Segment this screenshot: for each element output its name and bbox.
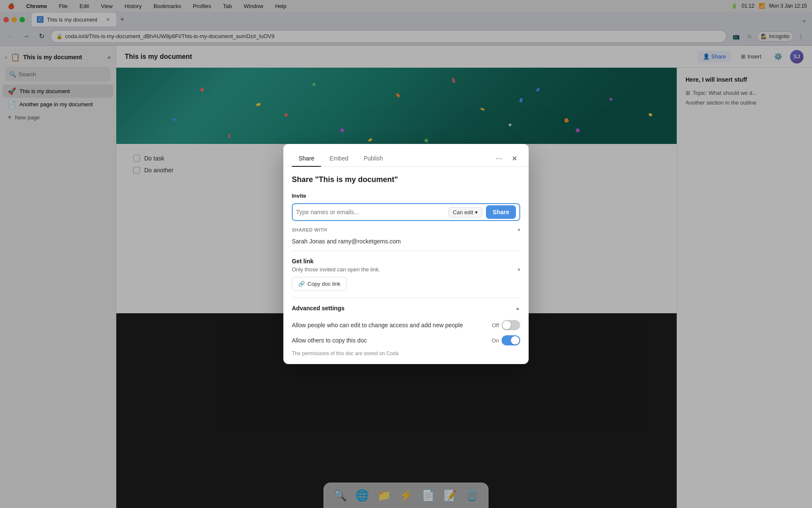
invite-share-button[interactable]: Share <box>486 205 516 219</box>
copy-link-label: Copy doc link <box>307 281 340 287</box>
toggle1[interactable] <box>502 320 520 330</box>
modal-close-button[interactable]: ✕ <box>508 153 520 165</box>
get-link-desc: Only those invited can open the link. <box>292 266 514 273</box>
shared-with-label: SHARED WITH <box>292 227 518 232</box>
invite-input[interactable] <box>296 209 445 215</box>
advanced-settings-header[interactable]: Advanced settings ▲ <box>292 305 520 312</box>
share-modal: Share Embed Publish ⋯ ✕ Share "This is m… <box>283 144 529 364</box>
toggle2[interactable] <box>502 335 520 345</box>
modal-header: Share Embed Publish ⋯ ✕ <box>283 144 529 166</box>
modal-body: Share "This is my document" Invite Can e… <box>283 167 529 364</box>
get-link-section: Get link Only those invited can open the… <box>292 251 520 298</box>
setting-row-2: Allow others to copy this doc On <box>292 333 520 348</box>
toggle1-container: Off <box>492 320 520 330</box>
toggle1-thumb <box>502 321 511 329</box>
invite-row: Can edit ▾ Share <box>292 203 520 221</box>
shared-with-header[interactable]: SHARED WITH ▾ <box>292 221 520 236</box>
advanced-label: Advanced settings <box>292 305 515 312</box>
tab-publish[interactable]: Publish <box>357 151 390 167</box>
permission-label: Can edit <box>453 209 473 215</box>
advanced-settings: Advanced settings ▲ Allow people who can… <box>292 298 520 356</box>
setting-row-1: Allow people who can edit to change acce… <box>292 318 520 333</box>
permission-dropdown[interactable]: Can edit ▾ <box>448 207 483 218</box>
link-icon: 🔗 <box>298 281 305 287</box>
invite-label: Invite <box>292 193 520 199</box>
modal-more-button[interactable]: ⋯ <box>493 153 505 165</box>
toggle2-label: On <box>492 337 499 344</box>
get-link-desc-row: Only those invited can open the link. ▾ <box>292 266 520 273</box>
shared-with-chevron-icon: ▾ <box>518 227 520 233</box>
modal-actions: ⋯ ✕ <box>493 153 520 165</box>
toggle2-container: On <box>492 335 520 345</box>
get-link-title: Get link <box>292 258 520 265</box>
chevron-down-icon: ▾ <box>475 209 478 215</box>
setting2-text: Allow others to copy this doc <box>292 337 492 344</box>
toggle2-thumb <box>511 336 519 345</box>
setting-note: The permissions of this doc are stored o… <box>292 348 520 356</box>
advanced-chevron-icon: ▲ <box>515 305 520 311</box>
modal-overlay[interactable]: Share Embed Publish ⋯ ✕ Share "This is m… <box>0 0 812 508</box>
copy-link-button[interactable]: 🔗 Copy doc link <box>292 277 347 291</box>
setting1-text: Allow people who can edit to change acce… <box>292 322 492 329</box>
shared-with-names: Sarah Jonas and ramy@rocketgems.com <box>292 236 520 251</box>
tab-embed[interactable]: Embed <box>323 151 355 167</box>
toggle1-label: Off <box>492 322 499 329</box>
get-link-chevron-icon[interactable]: ▾ <box>518 267 520 273</box>
modal-title: Share "This is my document" <box>292 175 520 184</box>
tab-share[interactable]: Share <box>292 151 321 167</box>
